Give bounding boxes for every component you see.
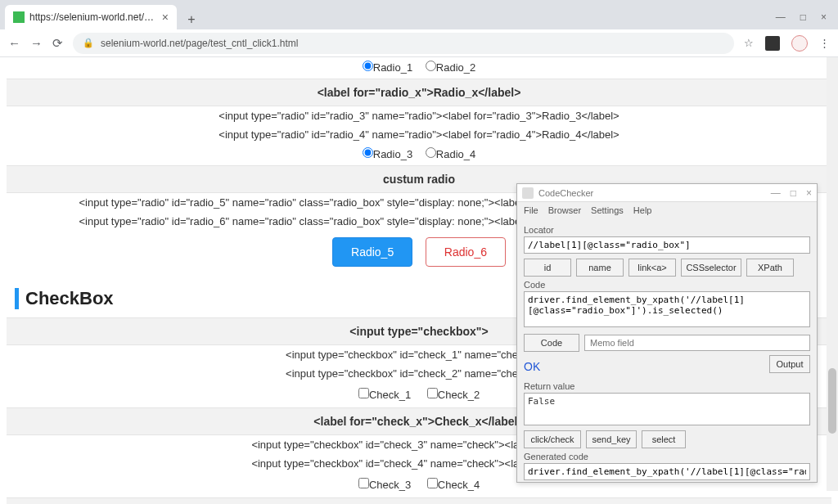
new-tab-button[interactable]: + bbox=[182, 10, 201, 29]
check-4-input[interactable] bbox=[427, 478, 438, 488]
reload-icon[interactable]: ⟳ bbox=[52, 36, 63, 51]
menu-file[interactable]: File bbox=[524, 205, 538, 215]
tool-menu-bar: File Browser Settings Help bbox=[517, 202, 817, 218]
check-4[interactable]: Check_4 bbox=[427, 479, 480, 491]
radio-4-input[interactable] bbox=[426, 147, 436, 158]
radio-3[interactable]: Radio_3 bbox=[363, 148, 412, 160]
check-2-input[interactable] bbox=[427, 388, 438, 398]
scrollbar-track[interactable] bbox=[827, 57, 838, 491]
radio-3-input[interactable] bbox=[363, 147, 373, 158]
section-custom-checkbox: custum checkbox bbox=[7, 497, 831, 504]
link-button[interactable]: link<a> bbox=[628, 259, 676, 277]
select-button[interactable]: select bbox=[642, 430, 686, 448]
output-button[interactable]: Output bbox=[769, 355, 810, 373]
extension-icon[interactable] bbox=[765, 36, 780, 51]
tool-minimize-button[interactable]: — bbox=[771, 187, 781, 199]
profile-avatar-icon[interactable] bbox=[791, 35, 808, 52]
browser-menu-icon[interactable]: ⋮ bbox=[819, 37, 830, 49]
menu-browser[interactable]: Browser bbox=[548, 205, 581, 215]
name-button[interactable]: name bbox=[576, 259, 624, 277]
check-2[interactable]: Check_2 bbox=[427, 389, 480, 401]
window-minimize-button[interactable]: — bbox=[776, 11, 786, 23]
tool-app-icon bbox=[522, 187, 534, 199]
check-3-input[interactable] bbox=[358, 478, 369, 488]
tool-titlebar[interactable]: CodeChecker — □ × bbox=[517, 184, 817, 202]
clickcheck-button[interactable]: click/check bbox=[524, 430, 581, 448]
back-icon[interactable]: ← bbox=[8, 36, 20, 50]
menu-help[interactable]: Help bbox=[633, 205, 652, 215]
address-bar: ← → ⟳ 🔒 selenium-world.net/page/test_cnt… bbox=[0, 29, 838, 57]
radio-4[interactable]: Radio_4 bbox=[426, 148, 475, 160]
window-close-button[interactable]: × bbox=[821, 11, 827, 23]
lock-icon: 🔒 bbox=[83, 38, 94, 48]
radio-2[interactable]: Radio_2 bbox=[426, 61, 475, 74]
code-label: Code bbox=[524, 280, 810, 290]
sendkey-button[interactable]: send_key bbox=[586, 430, 637, 448]
radio-1[interactable]: Radio_1 bbox=[363, 61, 412, 74]
tool-title: CodeChecker bbox=[538, 188, 771, 198]
return-value-output: False bbox=[524, 393, 810, 425]
favicon-icon bbox=[13, 11, 25, 23]
xpath-button[interactable]: XPath bbox=[746, 259, 794, 277]
memo-input[interactable] bbox=[584, 335, 810, 351]
tool-maximize-button[interactable]: □ bbox=[791, 187, 796, 199]
check-1[interactable]: Check_1 bbox=[358, 389, 411, 401]
locator-label: Locator bbox=[524, 225, 810, 235]
locator-input[interactable] bbox=[524, 236, 810, 254]
id-button[interactable]: id bbox=[524, 259, 571, 277]
browser-tab-strip: https://selenium-world.net/page × + — □ … bbox=[0, 0, 838, 29]
tab-title: https://selenium-world.net/page bbox=[29, 11, 157, 23]
generated-code-output[interactable] bbox=[524, 463, 810, 480]
radio-2-input[interactable] bbox=[426, 61, 436, 71]
section-label-radio: <label for="radio_x">Radio_x</label> bbox=[7, 79, 831, 106]
radio-5-button[interactable]: Radio_5 bbox=[332, 237, 412, 267]
browser-tab[interactable]: https://selenium-world.net/page × bbox=[5, 5, 177, 29]
tool-close-button[interactable]: × bbox=[806, 187, 812, 199]
window-maximize-button[interactable]: □ bbox=[800, 11, 806, 23]
codechecker-window: CodeChecker — □ × File Browser Settings … bbox=[516, 183, 818, 483]
check-1-input[interactable] bbox=[358, 388, 369, 398]
radio-6-button[interactable]: Radio_6 bbox=[426, 237, 506, 267]
return-value-label: Return value bbox=[524, 381, 810, 391]
scrollbar-thumb[interactable] bbox=[828, 368, 836, 434]
code-radio-4: <input type="radio" id="radio_4" name="r… bbox=[7, 125, 831, 144]
generated-code-label: Generated code bbox=[524, 452, 810, 461]
code-button[interactable]: Code bbox=[524, 334, 579, 352]
menu-settings[interactable]: Settings bbox=[591, 205, 624, 215]
ok-status: OK bbox=[524, 360, 540, 373]
radio-1-input[interactable] bbox=[363, 61, 373, 71]
check-3[interactable]: Check_3 bbox=[358, 479, 411, 491]
code-input[interactable]: driver.find_element_by_xpath('//label[1]… bbox=[524, 291, 810, 327]
close-tab-icon[interactable]: × bbox=[162, 11, 169, 24]
forward-icon[interactable]: → bbox=[30, 36, 43, 50]
cssselector-button[interactable]: CSSselector bbox=[681, 259, 741, 277]
url-input[interactable]: 🔒 selenium-world.net/page/test_cntl_clic… bbox=[73, 33, 734, 54]
url-text: selenium-world.net/page/test_cntl_click1… bbox=[101, 38, 298, 49]
bookmark-star-icon[interactable]: ☆ bbox=[744, 37, 754, 49]
code-radio-3: <input type="radio" id="radio_3" name="r… bbox=[7, 106, 831, 125]
